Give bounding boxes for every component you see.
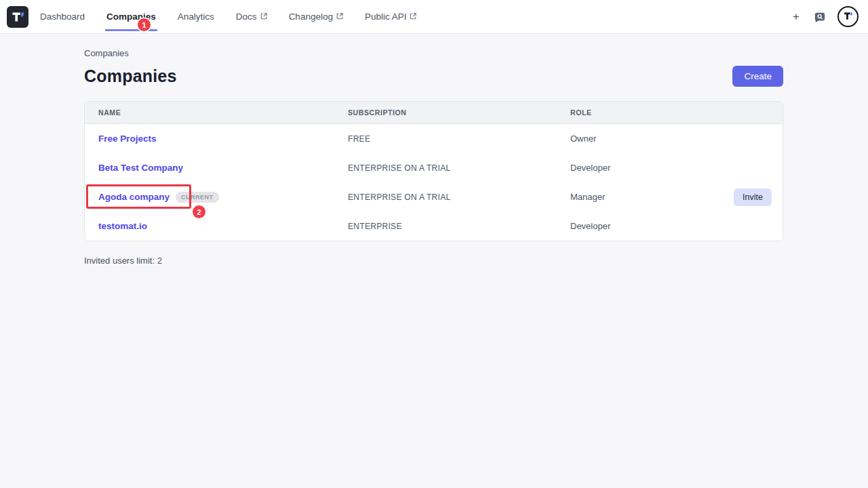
table-row: testomat.io ENTERPRISE Developer [85,211,783,241]
user-avatar[interactable] [837,6,859,27]
role-value: Manager [557,192,688,202]
nav-label: Companies [106,12,156,22]
nav-item-companies[interactable]: Companies [106,0,156,33]
company-link[interactable]: Agoda company [98,192,170,202]
column-header-name: NAME [85,108,334,117]
role-value: Owner [557,134,688,144]
invited-users-limit-note: Invited users limit: 2 [84,256,783,266]
invite-button[interactable]: Invite [734,188,772,206]
table-row-current-company: Agoda company CURRENT ENTERPRISE ON A TR… [85,182,783,211]
company-name-cell: Agoda company CURRENT [85,192,334,203]
companies-table: NAME SUBSCRIPTION ROLE Free Projects FRE… [84,101,783,241]
company-name-cell: testomat.io [85,221,334,231]
subscription-value: FREE [334,134,557,144]
app-logo-icon[interactable] [7,6,28,28]
column-header-role: ROLE [557,108,688,117]
nav-item-changelog[interactable]: Changelog [289,0,343,33]
company-name-cell: Free Projects [85,134,334,144]
current-company-badge: CURRENT [176,192,219,203]
nav-label: Docs [236,12,257,22]
main-nav: Dashboard Companies Analytics Docs Chang… [40,0,416,33]
page-title: Companies [84,66,177,86]
table-header-row: NAME SUBSCRIPTION ROLE [85,102,783,124]
company-link[interactable]: Beta Test Company [98,163,183,173]
page-content: Companies Companies Create NAME SUBSCRIP… [0,48,868,266]
nav-item-dashboard[interactable]: Dashboard [40,0,85,33]
row-actions: Invite [734,188,783,206]
breadcrumb: Companies [84,48,783,58]
nav-label: Dashboard [40,12,85,22]
external-link-icon [410,12,416,22]
column-header-subscription: SUBSCRIPTION [334,108,557,117]
subscription-value: ENTERPRISE ON A TRIAL [334,192,557,202]
nav-item-public-api[interactable]: Public API [365,0,417,33]
table-row: Free Projects FREE Owner [85,124,783,153]
nav-item-analytics[interactable]: Analytics [178,0,214,33]
role-value: Developer [557,221,688,231]
add-icon[interactable]: + [790,9,802,24]
support-search-icon[interactable] [814,11,826,23]
subscription-value: ENTERPRISE [334,222,557,231]
nav-item-docs[interactable]: Docs [236,0,267,33]
create-button[interactable]: Create [732,66,783,87]
nav-label: Public API [365,12,407,22]
nav-label: Changelog [289,12,333,22]
top-navigation-bar: Dashboard Companies Analytics Docs Chang… [0,0,868,34]
nav-label: Analytics [178,12,214,22]
subscription-value: ENTERPRISE ON A TRIAL [334,163,557,173]
table-row: Beta Test Company ENTERPRISE ON A TRIAL … [85,153,783,182]
company-name-cell: Beta Test Company [85,163,334,173]
role-value: Developer [557,163,688,173]
company-link[interactable]: Free Projects [98,134,157,144]
external-link-icon [260,12,267,22]
external-link-icon [336,12,343,22]
topbar-actions: + [790,6,859,27]
company-link[interactable]: testomat.io [98,221,147,231]
title-row: Companies Create [84,66,783,87]
